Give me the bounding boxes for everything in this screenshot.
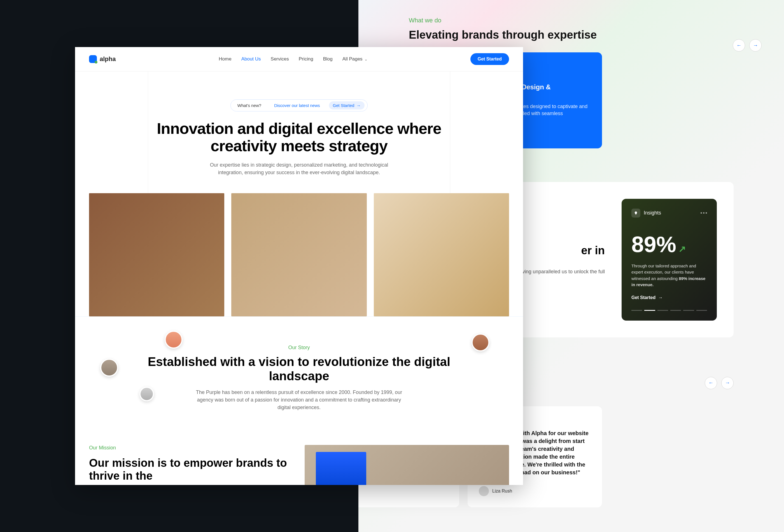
eyebrow: What we do bbox=[409, 17, 734, 24]
author-name: Liza Rush bbox=[492, 488, 512, 494]
carousel-indicator[interactable] bbox=[632, 310, 707, 311]
insights-card: Insights 89% ↗ Through our tailored appr… bbox=[622, 199, 717, 320]
avatar bbox=[100, 359, 118, 376]
more-icon[interactable] bbox=[701, 212, 707, 214]
pill-discover-link[interactable]: Discover our latest news bbox=[270, 101, 324, 110]
nav-blog[interactable]: Blog bbox=[323, 56, 333, 62]
insights-cta[interactable]: Get Started bbox=[632, 295, 707, 300]
hero-subtitle: Our expertise lies in strategic design, … bbox=[201, 161, 397, 176]
dashboard-panel bbox=[316, 452, 366, 485]
navbar: alpha Home About Us Services Pricing Blo… bbox=[75, 47, 523, 72]
logo-icon bbox=[89, 55, 97, 63]
hero-image bbox=[231, 193, 366, 316]
hero-image bbox=[89, 193, 224, 316]
pill-get-started[interactable]: Get Started bbox=[329, 101, 365, 110]
carousel-prev-button[interactable]: ← bbox=[733, 39, 745, 52]
nav-all-pages[interactable]: All Pages ⌄ bbox=[342, 56, 367, 62]
section-title: Our mission is to empower brands to thri… bbox=[89, 456, 293, 482]
avatar bbox=[139, 387, 154, 401]
carousel-next-button[interactable]: → bbox=[749, 39, 762, 52]
nav-pricing[interactable]: Pricing bbox=[299, 56, 313, 62]
avatar bbox=[479, 486, 489, 496]
trend-up-icon: ↗ bbox=[678, 244, 686, 254]
logo[interactable]: alpha bbox=[89, 55, 116, 63]
section-title: Established with a vision to revolutioni… bbox=[131, 355, 467, 383]
mission-image bbox=[305, 445, 509, 485]
insights-description: Through our tailored approach and expert… bbox=[632, 263, 707, 288]
nav-about[interactable]: About Us bbox=[241, 56, 261, 62]
insights-label: Insights bbox=[644, 210, 661, 216]
carousel-next-button[interactable]: → bbox=[721, 377, 734, 389]
carousel-prev-button[interactable]: ← bbox=[705, 377, 717, 389]
our-story-section: Our Story Established with a vision to r… bbox=[75, 316, 523, 428]
pin-icon bbox=[632, 208, 640, 218]
hero-title: Innovation and digital excellence where … bbox=[131, 120, 467, 154]
eyebrow: Our Story bbox=[131, 345, 467, 351]
hero-section: What's new? Discover our latest news Get… bbox=[75, 72, 523, 193]
chevron-down-icon: ⌄ bbox=[364, 57, 367, 61]
foreground-page: alpha Home About Us Services Pricing Blo… bbox=[75, 47, 523, 485]
announcement-pill: What's new? Discover our latest news Get… bbox=[230, 100, 368, 111]
eyebrow: Our Mission bbox=[89, 445, 293, 451]
brand-name: alpha bbox=[100, 55, 116, 63]
get-started-button[interactable]: Get Started bbox=[470, 53, 509, 65]
hero-image bbox=[374, 193, 509, 316]
insights-stat: 89% ↗ bbox=[632, 231, 707, 257]
avatar bbox=[472, 334, 489, 352]
our-mission-section: Our Mission Our mission is to empower br… bbox=[75, 428, 523, 485]
hero-image-row bbox=[75, 193, 523, 316]
nav-services[interactable]: Services bbox=[271, 56, 289, 62]
avatar bbox=[165, 331, 183, 348]
section-title: Elevating brands through expertise bbox=[409, 28, 734, 41]
pill-whats-new: What's new? bbox=[233, 101, 265, 110]
section-subtitle: The Purple has been on a relentless purs… bbox=[195, 389, 403, 411]
nav-links: Home About Us Services Pricing Blog All … bbox=[219, 56, 367, 62]
nav-home[interactable]: Home bbox=[219, 56, 231, 62]
